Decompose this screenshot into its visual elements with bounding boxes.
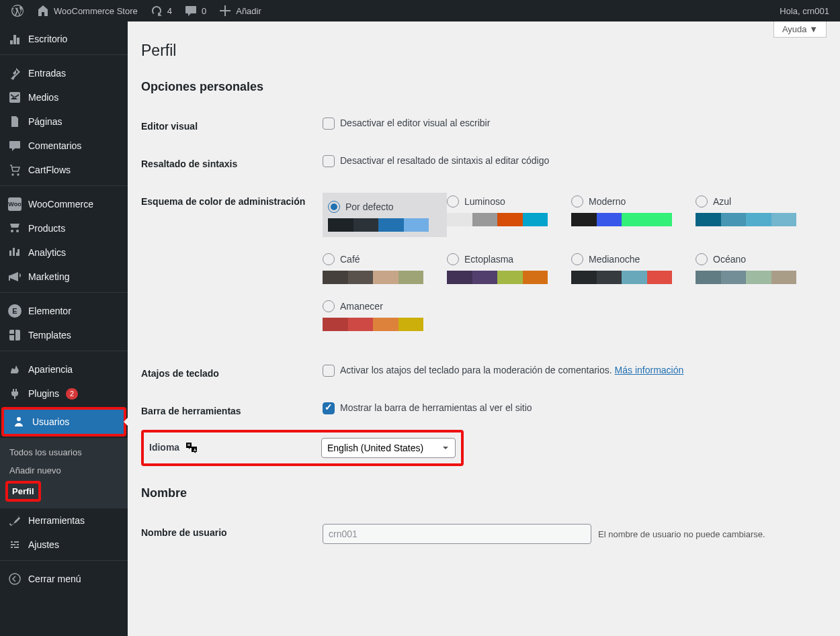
color-scheme-default[interactable]: Por defecto bbox=[323, 193, 447, 237]
syntax-label: Resaltado de sintaxis bbox=[141, 145, 316, 183]
menu-collapse[interactable]: Cerrar menú bbox=[0, 567, 128, 591]
syntax-checkbox-label[interactable]: Desactivar el resaltado de sintaxis al e… bbox=[323, 155, 549, 166]
section-name: Nombre bbox=[141, 486, 827, 500]
username-label: Nombre de usuario bbox=[141, 514, 316, 554]
help-tab[interactable]: Ayuda ▼ bbox=[773, 21, 827, 38]
menu-dashboard[interactable]: Escritorio bbox=[0, 27, 128, 51]
toolbar-label: Barra de herramientas bbox=[141, 392, 316, 430]
menu-settings[interactable]: Ajustes bbox=[0, 533, 128, 557]
color-scheme-radio-light[interactable] bbox=[447, 195, 459, 208]
submenu-all-users[interactable]: Todos los usuarios bbox=[0, 443, 128, 461]
toolbar-checkbox[interactable] bbox=[323, 402, 335, 414]
color-scheme-midnight[interactable]: Medianoche bbox=[571, 251, 696, 284]
submenu-profile[interactable]: Perfil bbox=[8, 484, 38, 499]
username-desc: El nombre de usuario no puede cambiarse. bbox=[598, 529, 765, 539]
site-link[interactable]: WooCommerce Store bbox=[31, 0, 143, 21]
color-scheme-radio-coffee[interactable] bbox=[323, 253, 335, 265]
menu-media[interactable]: Medios bbox=[0, 85, 128, 109]
color-scheme-ectoplasm[interactable]: Ectoplasma bbox=[447, 251, 571, 284]
shortcuts-checkbox[interactable] bbox=[323, 365, 335, 377]
color-palette-ectoplasm bbox=[447, 271, 548, 284]
color-palette-light bbox=[447, 213, 548, 226]
color-palette-coffee bbox=[323, 271, 423, 284]
user-icon bbox=[12, 415, 26, 428]
color-scheme-radio-midnight[interactable] bbox=[571, 253, 583, 265]
menu-tools[interactable]: Herramientas bbox=[0, 508, 128, 533]
color-scheme-radio-modern[interactable] bbox=[571, 195, 583, 208]
color-scheme-radio-ectoplasm[interactable] bbox=[447, 253, 459, 265]
menu-elementor[interactable]: EElementor bbox=[0, 299, 128, 323]
color-scheme-ocean[interactable]: Océano bbox=[696, 251, 820, 284]
color-scheme-radio-sunrise[interactable] bbox=[323, 300, 335, 312]
shortcuts-checkbox-label[interactable]: Activar los atajos del teclado para la m… bbox=[323, 365, 615, 375]
color-palette-sunrise bbox=[323, 318, 423, 331]
color-scheme-sunrise[interactable]: Amanecer bbox=[323, 298, 447, 331]
color-scheme-blue[interactable]: Azul bbox=[696, 193, 820, 226]
visual-editor-checkbox-label[interactable]: Desactivar el editor visual al escribir bbox=[323, 118, 490, 128]
color-palette-ocean bbox=[696, 271, 796, 284]
users-submenu: Todos los usuarios Añadir nuevo Perfil bbox=[0, 438, 128, 508]
menu-templates[interactable]: Templates bbox=[0, 323, 128, 347]
add-new-link[interactable]: Añadir bbox=[213, 0, 267, 21]
menu-cartflows[interactable]: CartFlows bbox=[0, 158, 128, 182]
menu-products[interactable]: Products bbox=[0, 216, 128, 240]
submenu-add-new[interactable]: Añadir nuevo bbox=[0, 461, 128, 480]
admin-bar: WooCommerce Store 4 0 Añadir Hola, crn00… bbox=[0, 0, 840, 21]
toolbar-checkbox-label[interactable]: Mostrar la barra de herramientas al ver … bbox=[323, 402, 532, 413]
user-greeting[interactable]: Hola, crn001 bbox=[774, 0, 835, 21]
color-palette-default bbox=[328, 218, 429, 232]
syntax-checkbox[interactable] bbox=[323, 155, 335, 167]
color-palette-midnight bbox=[571, 271, 672, 284]
svg-point-0 bbox=[9, 574, 20, 584]
page-title: Perfil bbox=[141, 42, 827, 60]
color-scheme-radio-blue[interactable] bbox=[696, 195, 708, 208]
admin-sidebar: Escritorio Entradas Medios Páginas Comen… bbox=[0, 21, 128, 636]
color-scheme-label: Esquema de color de administración bbox=[141, 183, 316, 355]
menu-plugins[interactable]: Plugins2 bbox=[0, 381, 128, 406]
color-scheme-light[interactable]: Luminoso bbox=[447, 193, 571, 226]
wp-logo[interactable] bbox=[5, 0, 30, 21]
menu-users[interactable]: Usuarios bbox=[4, 410, 124, 434]
visual-editor-label: Editor visual bbox=[141, 107, 316, 145]
color-scheme-coffee[interactable]: Café bbox=[323, 251, 447, 284]
username-input bbox=[323, 524, 591, 544]
menu-pages[interactable]: Páginas bbox=[0, 109, 128, 134]
shortcuts-label: Atajos de teclado bbox=[141, 355, 316, 392]
language-label: Idioma bbox=[149, 442, 179, 453]
color-scheme-modern[interactable]: Moderno bbox=[571, 193, 696, 226]
language-select[interactable]: English (United States) bbox=[321, 438, 456, 458]
visual-editor-checkbox[interactable] bbox=[323, 118, 335, 130]
menu-posts[interactable]: Entradas bbox=[0, 61, 128, 85]
comments-link[interactable]: 0 bbox=[179, 0, 212, 21]
main-content: Ayuda ▼ Perfil Opciones personales Edito… bbox=[128, 21, 840, 636]
color-palette-blue bbox=[696, 213, 796, 226]
menu-appearance[interactable]: Apariencia bbox=[0, 357, 128, 381]
color-scheme-radio-default[interactable] bbox=[328, 201, 340, 213]
menu-woocommerce[interactable]: WooWooCommerce bbox=[0, 192, 128, 216]
menu-comments[interactable]: Comentarios bbox=[0, 134, 128, 158]
menu-analytics[interactable]: Analytics bbox=[0, 240, 128, 265]
shortcuts-more-info-link[interactable]: Más información bbox=[615, 365, 684, 375]
menu-marketing[interactable]: Marketing bbox=[0, 265, 128, 289]
section-personal-options: Opciones personales bbox=[141, 80, 827, 94]
color-palette-modern bbox=[571, 213, 672, 226]
plugins-badge: 2 bbox=[66, 388, 78, 400]
updates-link[interactable]: 4 bbox=[144, 0, 177, 21]
translate-icon bbox=[185, 441, 198, 455]
color-scheme-radio-ocean[interactable] bbox=[696, 253, 708, 265]
